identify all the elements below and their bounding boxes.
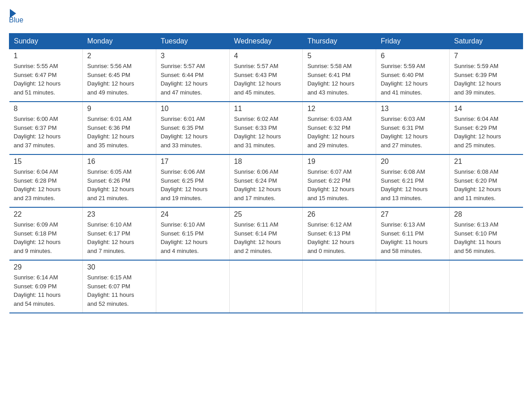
calendar-cell: 25Sunrise: 6:11 AMSunset: 6:14 PMDayligh… xyxy=(229,207,303,260)
header-sunday: Sunday xyxy=(9,34,83,49)
day-number: 27 xyxy=(381,210,445,218)
header-monday: Monday xyxy=(82,34,156,49)
day-info: Sunrise: 6:02 AMSunset: 6:33 PMDaylight:… xyxy=(234,115,298,150)
header-thursday: Thursday xyxy=(303,34,376,49)
calendar-cell: 21Sunrise: 6:08 AMSunset: 6:20 PMDayligh… xyxy=(450,154,523,207)
day-info: Sunrise: 5:57 AMSunset: 6:44 PMDaylight:… xyxy=(161,62,225,97)
day-info: Sunrise: 6:03 AMSunset: 6:32 PMDaylight:… xyxy=(307,115,371,150)
week-row-2: 8Sunrise: 6:00 AMSunset: 6:37 PMDaylight… xyxy=(9,102,523,154)
day-info: Sunrise: 6:03 AMSunset: 6:31 PMDaylight:… xyxy=(381,115,445,150)
calendar-cell xyxy=(376,260,450,313)
day-info: Sunrise: 6:01 AMSunset: 6:36 PMDaylight:… xyxy=(87,115,151,150)
day-number: 22 xyxy=(14,210,78,218)
week-row-4: 22Sunrise: 6:09 AMSunset: 6:18 PMDayligh… xyxy=(9,207,523,260)
logo: Blue xyxy=(9,9,23,24)
calendar-cell: 24Sunrise: 6:10 AMSunset: 6:15 PMDayligh… xyxy=(156,207,229,260)
week-row-5: 29Sunrise: 6:14 AMSunset: 6:09 PMDayligh… xyxy=(9,260,523,313)
day-number: 25 xyxy=(234,210,298,218)
calendar-header-row: SundayMondayTuesdayWednesdayThursdayFrid… xyxy=(9,34,523,49)
day-number: 6 xyxy=(381,52,445,60)
day-number: 20 xyxy=(381,158,445,166)
week-row-3: 15Sunrise: 6:04 AMSunset: 6:28 PMDayligh… xyxy=(9,154,523,207)
calendar-cell: 16Sunrise: 6:05 AMSunset: 6:26 PMDayligh… xyxy=(82,154,156,207)
calendar-cell: 8Sunrise: 6:00 AMSunset: 6:37 PMDaylight… xyxy=(9,102,83,154)
day-number: 12 xyxy=(307,105,371,113)
calendar-cell: 20Sunrise: 6:08 AMSunset: 6:21 PMDayligh… xyxy=(376,154,450,207)
day-number: 3 xyxy=(161,52,225,60)
day-number: 10 xyxy=(161,105,225,113)
header-saturday: Saturday xyxy=(450,34,523,49)
day-info: Sunrise: 6:04 AMSunset: 6:29 PMDaylight:… xyxy=(454,115,518,150)
day-info: Sunrise: 6:13 AMSunset: 6:11 PMDaylight:… xyxy=(381,220,445,255)
day-number: 11 xyxy=(234,105,298,113)
calendar-table: SundayMondayTuesdayWednesdayThursdayFrid… xyxy=(9,33,523,313)
calendar-cell: 30Sunrise: 6:15 AMSunset: 6:07 PMDayligh… xyxy=(82,260,156,313)
calendar-cell: 19Sunrise: 6:07 AMSunset: 6:22 PMDayligh… xyxy=(303,154,376,207)
calendar-cell xyxy=(156,260,229,313)
day-info: Sunrise: 6:07 AMSunset: 6:22 PMDaylight:… xyxy=(307,167,371,202)
calendar-cell: 22Sunrise: 6:09 AMSunset: 6:18 PMDayligh… xyxy=(9,207,83,260)
calendar-cell: 26Sunrise: 6:12 AMSunset: 6:13 PMDayligh… xyxy=(303,207,376,260)
day-info: Sunrise: 6:06 AMSunset: 6:25 PMDaylight:… xyxy=(161,167,225,202)
day-number: 14 xyxy=(454,105,518,113)
day-number: 19 xyxy=(307,158,371,166)
day-number: 23 xyxy=(87,210,151,218)
calendar-cell: 1Sunrise: 5:55 AMSunset: 6:47 PMDaylight… xyxy=(9,49,83,102)
day-info: Sunrise: 6:15 AMSunset: 6:07 PMDaylight:… xyxy=(87,273,151,308)
day-number: 9 xyxy=(87,105,151,113)
day-number: 24 xyxy=(161,210,225,218)
day-info: Sunrise: 6:06 AMSunset: 6:24 PMDaylight:… xyxy=(234,167,298,202)
day-info: Sunrise: 6:14 AMSunset: 6:09 PMDaylight:… xyxy=(14,273,78,308)
day-number: 8 xyxy=(14,105,78,113)
day-number: 16 xyxy=(87,158,151,166)
day-info: Sunrise: 6:08 AMSunset: 6:20 PMDaylight:… xyxy=(454,167,518,202)
day-number: 13 xyxy=(381,105,445,113)
calendar-cell: 17Sunrise: 6:06 AMSunset: 6:25 PMDayligh… xyxy=(156,154,229,207)
day-number: 2 xyxy=(87,52,151,60)
day-info: Sunrise: 6:05 AMSunset: 6:26 PMDaylight:… xyxy=(87,167,151,202)
day-info: Sunrise: 6:04 AMSunset: 6:28 PMDaylight:… xyxy=(14,167,78,202)
calendar-cell: 29Sunrise: 6:14 AMSunset: 6:09 PMDayligh… xyxy=(9,260,83,313)
day-number: 17 xyxy=(161,158,225,166)
calendar-cell: 10Sunrise: 6:01 AMSunset: 6:35 PMDayligh… xyxy=(156,102,229,154)
calendar-cell: 9Sunrise: 6:01 AMSunset: 6:36 PMDaylight… xyxy=(82,102,156,154)
calendar-cell: 14Sunrise: 6:04 AMSunset: 6:29 PMDayligh… xyxy=(450,102,523,154)
calendar-cell: 7Sunrise: 5:59 AMSunset: 6:39 PMDaylight… xyxy=(450,49,523,102)
page-header: Blue xyxy=(9,9,523,24)
day-info: Sunrise: 6:09 AMSunset: 6:18 PMDaylight:… xyxy=(14,220,78,255)
calendar-cell: 4Sunrise: 5:57 AMSunset: 6:43 PMDaylight… xyxy=(229,49,303,102)
calendar-cell xyxy=(229,260,303,313)
calendar-cell: 18Sunrise: 6:06 AMSunset: 6:24 PMDayligh… xyxy=(229,154,303,207)
day-number: 7 xyxy=(454,52,518,60)
day-info: Sunrise: 5:57 AMSunset: 6:43 PMDaylight:… xyxy=(234,62,298,97)
day-number: 18 xyxy=(234,158,298,166)
header-friday: Friday xyxy=(376,34,450,49)
calendar-cell: 2Sunrise: 5:56 AMSunset: 6:45 PMDaylight… xyxy=(82,49,156,102)
day-info: Sunrise: 6:01 AMSunset: 6:35 PMDaylight:… xyxy=(161,115,225,150)
header-wednesday: Wednesday xyxy=(229,34,303,49)
calendar-cell: 13Sunrise: 6:03 AMSunset: 6:31 PMDayligh… xyxy=(376,102,450,154)
calendar-cell: 6Sunrise: 5:59 AMSunset: 6:40 PMDaylight… xyxy=(376,49,450,102)
day-number: 28 xyxy=(454,210,518,218)
day-number: 1 xyxy=(14,52,78,60)
day-number: 26 xyxy=(307,210,371,218)
calendar-cell: 27Sunrise: 6:13 AMSunset: 6:11 PMDayligh… xyxy=(376,207,450,260)
calendar-cell: 11Sunrise: 6:02 AMSunset: 6:33 PMDayligh… xyxy=(229,102,303,154)
day-number: 30 xyxy=(87,263,151,271)
day-info: Sunrise: 6:13 AMSunset: 6:10 PMDaylight:… xyxy=(454,220,518,255)
day-info: Sunrise: 6:08 AMSunset: 6:21 PMDaylight:… xyxy=(381,167,445,202)
calendar-cell xyxy=(450,260,523,313)
calendar-cell: 5Sunrise: 5:58 AMSunset: 6:41 PMDaylight… xyxy=(303,49,376,102)
day-info: Sunrise: 6:12 AMSunset: 6:13 PMDaylight:… xyxy=(307,220,371,255)
day-number: 4 xyxy=(234,52,298,60)
calendar-cell: 3Sunrise: 5:57 AMSunset: 6:44 PMDaylight… xyxy=(156,49,229,102)
day-info: Sunrise: 6:10 AMSunset: 6:17 PMDaylight:… xyxy=(87,220,151,255)
day-info: Sunrise: 5:58 AMSunset: 6:41 PMDaylight:… xyxy=(307,62,371,97)
calendar-cell: 12Sunrise: 6:03 AMSunset: 6:32 PMDayligh… xyxy=(303,102,376,154)
day-number: 5 xyxy=(307,52,371,60)
calendar-cell: 28Sunrise: 6:13 AMSunset: 6:10 PMDayligh… xyxy=(450,207,523,260)
calendar-cell: 23Sunrise: 6:10 AMSunset: 6:17 PMDayligh… xyxy=(82,207,156,260)
day-info: Sunrise: 6:11 AMSunset: 6:14 PMDaylight:… xyxy=(234,220,298,255)
week-row-1: 1Sunrise: 5:55 AMSunset: 6:47 PMDaylight… xyxy=(9,49,523,102)
day-number: 15 xyxy=(14,158,78,166)
